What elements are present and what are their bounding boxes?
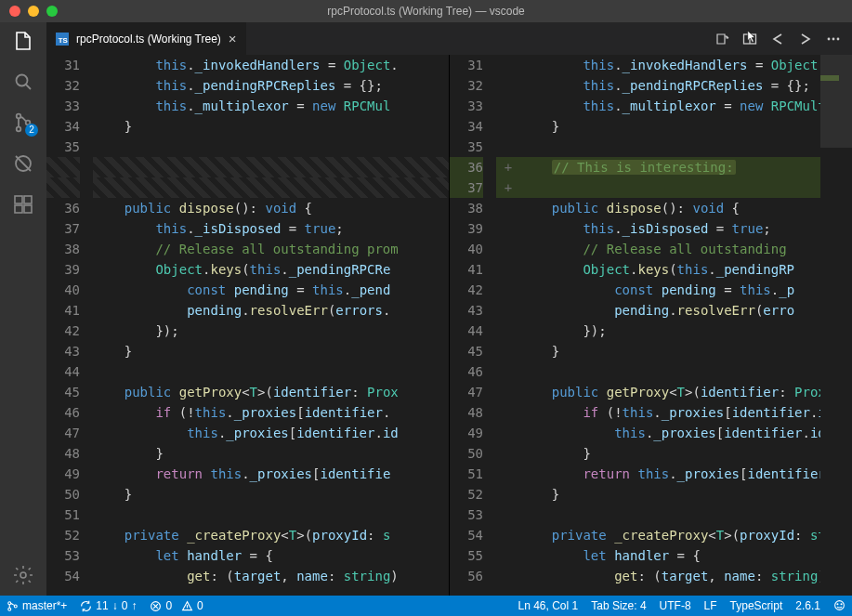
scm-badge: 2: [25, 124, 38, 137]
svg-point-0: [17, 75, 28, 86]
debug-icon[interactable]: [12, 152, 34, 175]
tab-size-status[interactable]: Tab Size: 4: [584, 599, 652, 612]
svg-point-22: [841, 604, 842, 605]
svg-point-21: [837, 604, 838, 605]
svg-point-17: [8, 608, 11, 610]
titlebar: rpcProtocol.ts (Working Tree) — vscode: [0, 0, 852, 22]
svg-point-16: [8, 601, 11, 604]
toggle-inline-diff-icon[interactable]: [742, 32, 757, 46]
svg-rect-5: [15, 196, 22, 203]
svg-rect-8: [24, 205, 32, 213]
version-status[interactable]: 2.6.1: [789, 599, 827, 612]
svg-point-9: [20, 572, 26, 578]
svg-point-13: [828, 37, 831, 40]
svg-rect-7: [15, 205, 22, 213]
diff-modified-pane[interactable]: 3132333435363738394041424344454647484950…: [450, 55, 852, 596]
cursor-position-status[interactable]: Ln 46, Col 1: [511, 599, 584, 612]
diff-original-pane[interactable]: 3132333435363738394041424344454647484950…: [46, 55, 450, 596]
svg-point-15: [837, 37, 840, 40]
window-zoom-icon[interactable]: [46, 6, 58, 17]
feedback-icon[interactable]: [827, 599, 852, 611]
minimap[interactable]: [820, 55, 852, 596]
svg-point-2: [17, 127, 21, 132]
window-minimize-icon[interactable]: [28, 6, 39, 17]
eol-status[interactable]: LF: [698, 599, 724, 612]
git-branch-status[interactable]: master*+: [0, 596, 73, 616]
status-bar: master*+ 11↓ 0↑ 0 0 Ln 46, Col 1 Tab Siz…: [0, 596, 852, 616]
problems-status[interactable]: 0 0: [143, 596, 209, 616]
language-status[interactable]: TypeScript: [724, 599, 790, 612]
extensions-icon[interactable]: [12, 193, 34, 216]
svg-point-18: [14, 605, 17, 608]
open-changes-icon[interactable]: [714, 32, 729, 46]
svg-point-1: [17, 114, 21, 119]
source-control-icon[interactable]: 2: [12, 111, 34, 134]
typescript-file-icon: TS: [56, 33, 69, 46]
svg-rect-6: [24, 196, 32, 203]
window-close-icon[interactable]: [9, 6, 20, 17]
tab-label: rpcProtocol.ts (Working Tree): [76, 33, 221, 46]
svg-point-20: [835, 601, 845, 610]
more-actions-icon[interactable]: [826, 32, 841, 46]
next-change-icon[interactable]: [798, 32, 813, 46]
explorer-icon[interactable]: [12, 30, 34, 52]
tab-bar: TS rpcProtocol.ts (Working Tree) ×: [46, 22, 852, 55]
encoding-status[interactable]: UTF-8: [653, 599, 698, 612]
close-icon[interactable]: ×: [229, 32, 237, 46]
svg-point-14: [832, 37, 835, 40]
svg-text:TS: TS: [59, 35, 68, 44]
settings-gear-icon[interactable]: [12, 564, 34, 586]
window-title: rpcProtocol.ts (Working Tree) — vscode: [0, 5, 852, 18]
sync-status[interactable]: 11↓ 0↑: [73, 596, 143, 616]
activity-bar: 2: [0, 22, 46, 596]
previous-change-icon[interactable]: [770, 32, 785, 46]
tab-rpcprotocol[interactable]: TS rpcProtocol.ts (Working Tree) ×: [46, 22, 246, 55]
search-icon[interactable]: [12, 71, 34, 93]
